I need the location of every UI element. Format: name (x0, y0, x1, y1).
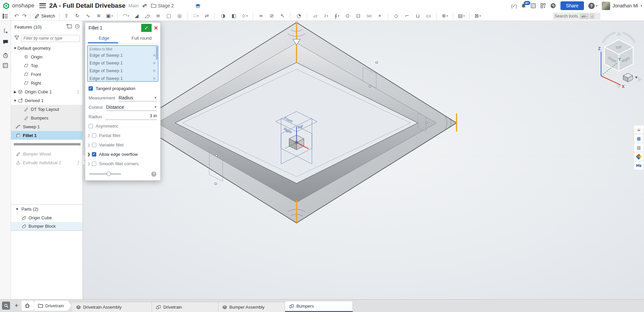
move-face-button[interactable]: ↖ (278, 12, 286, 20)
view-cube[interactable]: Top Front Right Z X Y (598, 32, 642, 89)
folder-add-icon[interactable] (66, 24, 72, 30)
remove-entity-icon[interactable]: ✕ (153, 69, 156, 73)
allow-edge-overflow-row[interactable]: ❯Allow edge overflow (85, 149, 160, 159)
chevron-down-icon[interactable]: ▾ (111, 14, 113, 17)
chevron-down-icon[interactable]: ▾ (480, 14, 481, 17)
filter-input[interactable] (21, 35, 80, 42)
control-select[interactable]: Distance▼ (106, 103, 157, 111)
chevron-down-icon[interactable]: ▼ (13, 99, 17, 102)
expand-chevron-icon[interactable]: ❯ (87, 162, 92, 166)
slider-handle[interactable] (107, 172, 111, 176)
tab-drivetrain[interactable]: Drivetrain (152, 302, 218, 312)
entity-row[interactable]: Edge of Sweep 1✕ (88, 51, 158, 59)
bom-table-panel-icon[interactable]: ▦ (634, 134, 644, 143)
link-icon[interactable] (142, 3, 147, 8)
chevron-down-icon[interactable]: ▾ (128, 14, 129, 17)
feature-menu-dots[interactable]: ⋮ (76, 160, 80, 165)
feature-row-derived-1[interactable]: ▼Derived 1 (11, 96, 83, 105)
onshape-logo-icon[interactable] (2, 2, 10, 10)
feature-row-top[interactable]: Top (11, 61, 83, 70)
tab-bumpers[interactable]: Bumpers (285, 301, 353, 312)
remove-entity-icon[interactable]: ✕ (153, 61, 156, 65)
feature-menu-dots[interactable]: ⋮ (76, 89, 80, 94)
remove-entity-icon[interactable]: ✕ (153, 53, 156, 58)
curve-button[interactable]: ≀▾ (322, 12, 330, 20)
parts-section-header[interactable]: ▼ Parts (2) (11, 205, 83, 213)
tasks-checklist-icon[interactable] (531, 3, 536, 8)
variable-fillet-checkbox[interactable] (92, 143, 96, 147)
hole-button[interactable]: ◎ (175, 12, 183, 20)
mirror-button[interactable]: ⇌ (203, 12, 211, 20)
asymmetric-checkbox[interactable] (89, 124, 93, 128)
derived-button[interactable]: ⊡ (354, 12, 362, 20)
measurement-row[interactable]: MeasurementRadius▼ (85, 93, 160, 102)
draft-button[interactable]: ◿▾ (143, 12, 151, 20)
accept-button[interactable]: ✓ (141, 24, 152, 32)
filter-funnel-icon[interactable] (14, 35, 19, 41)
split-button[interactable]: ◧ (230, 12, 238, 20)
thicken-button[interactable]: ▣▾ (105, 12, 113, 20)
search-tabs-icon[interactable] (2, 302, 10, 310)
cancel-button[interactable]: ✕ (152, 24, 160, 32)
feature-row-front[interactable]: Front (11, 70, 83, 79)
share-button[interactable]: Share (560, 1, 584, 10)
learning-cap-icon[interactable] (195, 3, 201, 8)
feature-row-default-geometry[interactable]: ▼Default geometry (11, 44, 83, 52)
main-menu-icon[interactable] (39, 3, 46, 8)
delete-face-button[interactable]: ⊘ (268, 12, 276, 20)
control-row[interactable]: ControlDistance▼ (85, 102, 160, 112)
shell-button[interactable]: ▢ (165, 12, 173, 20)
feature-row-sweep-1[interactable]: Sweep 1 (11, 122, 83, 131)
chevron-down-icon[interactable]: ▾ (327, 14, 328, 17)
revolve-button[interactable]: ↻ (73, 12, 81, 20)
intersection-curve-button[interactable]: ⊙ (343, 12, 352, 20)
feature-history-clock-icon[interactable] (75, 24, 80, 30)
search-tools-input[interactable] (554, 14, 579, 18)
material-library-panel-icon[interactable]: Mk (634, 161, 644, 170)
mate-connector-button[interactable]: ⌖ (376, 12, 384, 20)
sheet-metal-model-button[interactable]: ◇ (392, 12, 400, 20)
display-states-panel-icon[interactable]: ▥ (634, 143, 644, 152)
rollback-bar[interactable] (14, 143, 80, 145)
avatar[interactable] (602, 2, 610, 10)
account-menu[interactable]: Jonathan Mi ▾ (602, 2, 642, 10)
tangent-propagation-checkbox[interactable] (89, 86, 93, 91)
offset-surface-button[interactable]: ≍ (257, 12, 265, 20)
help-menu[interactable]: ? ▾ (588, 3, 598, 9)
chevron-down-icon[interactable]: ▼ (13, 46, 17, 50)
helix-button[interactable]: ∮▾ (333, 12, 341, 20)
sheet-metal-tab-button[interactable]: ⊔ (414, 12, 422, 20)
reference-manager-button[interactable]: ▤▾ (457, 12, 465, 20)
redo-button[interactable]: ↷ (20, 12, 29, 20)
versions-check-icon[interactable]: {✓} (511, 3, 517, 8)
partial-fillet-checkbox[interactable] (92, 133, 96, 138)
add-tab-button[interactable]: + (13, 302, 20, 309)
linear-pattern-button[interactable]: ∷▾ (192, 12, 200, 20)
measurement-select[interactable]: Radius▼ (118, 94, 157, 101)
tab-drivetrain-assembly[interactable]: Drivetrain Assembly (72, 302, 152, 312)
fillet-size-slider[interactable] (89, 174, 121, 174)
view-options-button[interactable] (623, 73, 638, 82)
chevron-down-icon[interactable]: ▾ (447, 14, 448, 17)
radius-input[interactable]: 3 in (105, 113, 157, 120)
feature-row-bumper-wood[interactable]: Bumper Wood (11, 149, 83, 158)
feature-row-extrude-individual-1[interactable]: Extrude Individual 1⋮ (11, 158, 83, 167)
expand-chevron-icon[interactable]: ❯ (87, 152, 92, 157)
feature-row-origin[interactable]: Origin (11, 52, 83, 61)
sheet-metal-flange-button[interactable]: ⌐ (403, 12, 411, 20)
part-row-bumper-block[interactable]: Bumper Block (11, 222, 83, 231)
smooth-fillet-corners-row[interactable]: ❯Smooth fillet corners (85, 159, 160, 168)
custom-tables-panel-icon[interactable] (0, 61, 11, 70)
rib-button[interactable]: ≡ (154, 12, 162, 20)
extrude-button[interactable]: ⇧ (62, 12, 70, 20)
feature-row-right[interactable]: Right (11, 79, 83, 87)
partial-fillet-row[interactable]: ❯Partial fillet (85, 131, 160, 140)
variable-button[interactable]: (x) (365, 12, 373, 20)
entity-row[interactable]: Edge of Sweep 1✕ (88, 67, 158, 75)
feature-row-dt-top-layout[interactable]: DT Top Layout (11, 105, 83, 114)
model-viewport[interactable]: Front Top Right (83, 21, 644, 299)
entities-listbox[interactable]: Entities to fillet Edge of Sweep 1✕Edge … (87, 45, 158, 82)
expand-chevron-icon[interactable]: ❯ (87, 133, 92, 138)
breadcrumb-folder-tab[interactable]: Drivetrain (35, 301, 71, 311)
app-store-grid-icon[interactable] (540, 3, 546, 8)
